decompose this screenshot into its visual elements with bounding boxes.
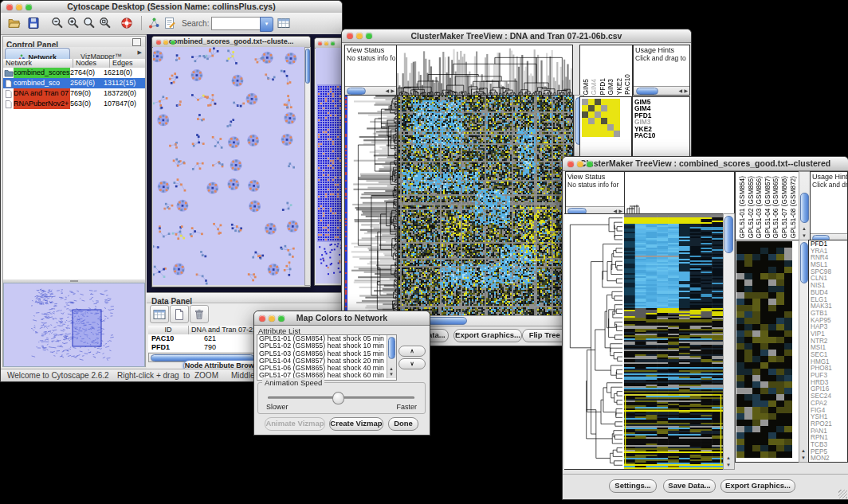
zoom-window-icon[interactable] [366, 33, 372, 39]
close-icon[interactable] [156, 40, 161, 45]
close-icon[interactable] [567, 161, 574, 167]
row-dendrogram[interactable] [344, 95, 398, 316]
matrix-cell[interactable] [601, 118, 607, 124]
matrix-cell[interactable] [595, 124, 601, 131]
minimize-icon[interactable] [269, 315, 275, 322]
column-label[interactable]: YKE2 [615, 78, 623, 95]
column-label[interactable]: PFD1 [599, 78, 607, 95]
zoom-window-icon[interactable] [331, 41, 335, 45]
help-icon[interactable] [119, 15, 135, 31]
matrix-cell[interactable] [595, 118, 601, 124]
column-label[interactable]: GIM3 [607, 79, 614, 95]
treeview2-title-bar[interactable]: ClusterMaker TreeView : combined_scores_… [563, 157, 848, 171]
dialog-title-bar[interactable]: Map Colors to Network [254, 311, 430, 326]
column-labels-scrollbar[interactable]: ▲▼ [799, 171, 811, 240]
matrix-cell[interactable] [607, 111, 614, 118]
heatmap-canvas[interactable] [624, 213, 723, 470]
minimize-icon[interactable] [324, 41, 328, 45]
column-label[interactable]: GPL51-03 (GSM856) [755, 176, 764, 238]
column-label[interactable]: GPL51-08 (GSM872) [789, 176, 798, 238]
matrix-cell[interactable] [582, 131, 588, 137]
matrix-cell[interactable] [614, 118, 620, 124]
horizontal-scrollbar[interactable]: ◀▶ [634, 86, 689, 95]
save-data-button[interactable]: Save Data... [663, 479, 716, 493]
column-label[interactable]: GPL51-01 (GSM854) [738, 176, 747, 238]
network-table-row[interactable]: RNAPuberNov2+563(0)107847(0) [3, 99, 145, 109]
column-label[interactable]: GPL51-04 (GSM857) [764, 176, 772, 238]
results-table-icon[interactable] [276, 15, 292, 31]
close-icon[interactable] [259, 315, 265, 322]
delete-attribute-button[interactable] [190, 305, 209, 323]
settings-button[interactable]: Settings... [609, 479, 657, 493]
matrix-cell[interactable] [582, 124, 588, 131]
matrix-cell[interactable] [588, 99, 595, 105]
export-graphics-button[interactable]: Export Graphics... [453, 329, 522, 342]
row-dendrogram[interactable] [564, 213, 624, 470]
save-session-button[interactable] [26, 15, 41, 31]
matrix-cell[interactable] [595, 131, 601, 137]
animate-vizmap-button[interactable]: Animate Vizmap [265, 417, 325, 431]
heatmap-vertical-scrollbar[interactable]: ▲▼ [723, 213, 735, 470]
column-dendrogram[interactable] [624, 171, 735, 215]
matrix-cell[interactable] [607, 99, 614, 105]
minimize-icon[interactable] [16, 4, 22, 10]
matrix-cell[interactable] [607, 105, 614, 111]
correlation-matrix[interactable] [582, 99, 620, 137]
matrix-cell[interactable] [614, 131, 620, 137]
tab-network[interactable]: Network [5, 48, 70, 60]
matrix-cell[interactable] [601, 99, 607, 105]
matrix-cell[interactable] [601, 124, 607, 131]
search-dropdown-button[interactable]: ▼ [260, 17, 273, 32]
resize-grip[interactable] [838, 490, 847, 498]
close-icon[interactable] [6, 4, 13, 10]
gene-label[interactable]: MON2 [809, 455, 847, 463]
network-window-title-bar[interactable]: combined_scores_good.txt--cluste... [152, 37, 310, 48]
zoom-window-icon[interactable] [171, 40, 175, 45]
matrix-cell[interactable] [601, 111, 607, 118]
matrix-cell[interactable] [588, 118, 595, 124]
column-label[interactable]: GIM5 [582, 79, 590, 95]
zoom-in-button[interactable] [65, 15, 81, 31]
move-up-button[interactable]: ∧ [398, 346, 426, 357]
matrix-cell[interactable] [614, 111, 620, 118]
done-button[interactable]: Done [388, 417, 418, 431]
matrix-cell[interactable] [582, 111, 588, 118]
column-label[interactable]: GIM4 [590, 79, 598, 95]
heatmap-canvas[interactable] [398, 95, 574, 316]
open-session-button[interactable] [6, 15, 22, 31]
column-label[interactable]: PAC10 [623, 74, 631, 95]
matrix-cell[interactable] [614, 124, 620, 131]
matrix-cell[interactable] [582, 99, 588, 105]
float-panel-icon[interactable] [132, 38, 141, 46]
annotation-icon[interactable] [162, 15, 178, 31]
matrix-cell[interactable] [607, 131, 614, 137]
matrix-cell[interactable] [601, 105, 607, 111]
minimize-icon[interactable] [577, 161, 583, 167]
zoom-heatmap-canvas[interactable] [736, 241, 792, 458]
matrix-cell[interactable] [595, 105, 601, 111]
create-vizmap-button[interactable]: Create Vizmap [329, 417, 383, 431]
attribute-list-scrollbar[interactable]: ▲▼ [387, 335, 396, 378]
matrix-cell[interactable] [607, 118, 614, 124]
network-overview-icon[interactable] [146, 15, 162, 31]
matrix-cell[interactable] [614, 99, 620, 105]
export-graphics-button[interactable]: Export Graphics... [720, 479, 795, 493]
speed-slider-thumb[interactable] [332, 392, 344, 404]
horizontal-scrollbar[interactable]: ◀▶ [345, 86, 396, 95]
matrix-cell[interactable] [607, 124, 614, 131]
matrix-cell[interactable] [601, 131, 607, 137]
main-title-bar[interactable]: Cytoscape Desktop (Session Name: collins… [1, 1, 342, 14]
zoom-out-button[interactable] [49, 15, 65, 31]
move-down-button[interactable]: ∨ [398, 358, 426, 369]
network-overview-thumbnail[interactable] [3, 283, 145, 367]
network-table-row[interactable]: DNA and Tran 07769(0)183728(0) [3, 88, 145, 99]
zoom-window-icon[interactable] [587, 161, 593, 167]
matrix-cell[interactable] [595, 111, 601, 118]
network-table-row[interactable]: combined_scores2764(0)16218(0) [3, 68, 145, 78]
matrix-cell[interactable] [588, 124, 595, 131]
close-icon[interactable] [318, 41, 322, 45]
network-vertical-scrollbar[interactable] [304, 47, 311, 286]
treeview1-title-bar[interactable]: ClusterMaker TreeView : DNA and Tran 07-… [342, 29, 691, 43]
minimize-icon[interactable] [163, 40, 168, 45]
attribute-list[interactable]: GPL51-01 (GSM854) heat shock 05 minGPL51… [257, 334, 397, 381]
